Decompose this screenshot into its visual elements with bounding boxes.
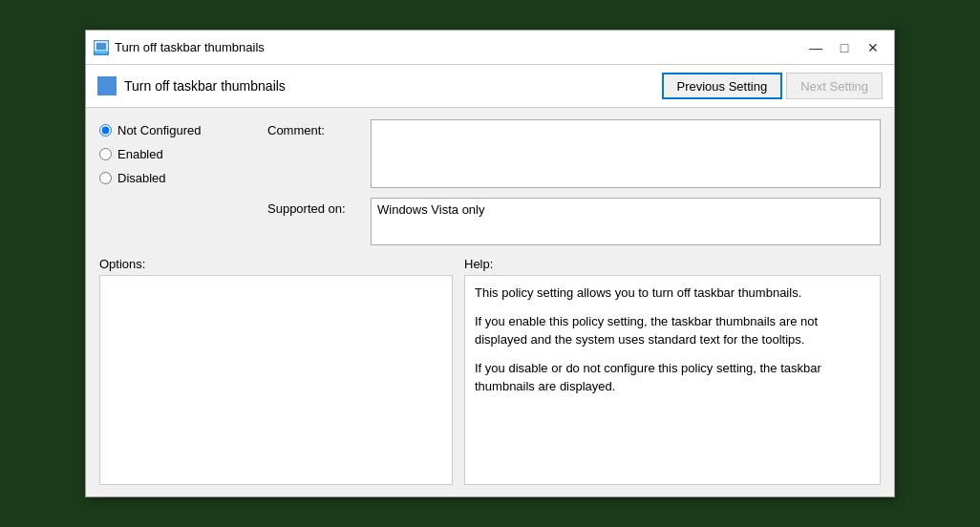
not-configured-option[interactable]: Not Configured (99, 123, 252, 137)
help-text-2: If you enable this policy setting, the t… (475, 312, 870, 349)
title-bar: Turn off taskbar thumbnails — □ ✕ (86, 31, 894, 65)
main-window: Turn off taskbar thumbnails — □ ✕ Turn o… (85, 30, 895, 497)
disabled-option[interactable]: Disabled (99, 171, 252, 185)
svg-rect-3 (98, 90, 114, 94)
maximize-button[interactable]: □ (831, 37, 858, 58)
right-section: Comment: Supported on: Windows Vista onl… (267, 119, 881, 245)
help-label: Help: (464, 257, 493, 271)
svg-rect-1 (96, 51, 107, 53)
help-panel: This policy setting allows you to turn o… (464, 275, 881, 485)
supported-label: Supported on: (267, 198, 363, 216)
header-title-text: Turn off taskbar thumbnails (124, 78, 286, 94)
svg-rect-0 (96, 42, 107, 51)
supported-row: Supported on: Windows Vista only (267, 198, 881, 245)
enabled-radio[interactable] (99, 148, 112, 160)
main-content: Not Configured Enabled Disabled Comment: (86, 108, 894, 496)
disabled-radio[interactable] (99, 172, 112, 184)
header-icon (97, 76, 117, 95)
window-icon (94, 40, 109, 55)
supported-value: Windows Vista only (377, 202, 484, 217)
help-text-1: This policy setting allows you to turn o… (475, 284, 870, 303)
options-label: Options: (99, 257, 145, 271)
radio-group: Not Configured Enabled Disabled (99, 119, 252, 245)
next-setting-button[interactable]: Next Setting (786, 73, 883, 99)
previous-setting-button[interactable]: Previous Setting (662, 73, 783, 99)
disabled-label: Disabled (117, 171, 166, 185)
not-configured-label: Not Configured (117, 123, 201, 137)
window-controls: — □ ✕ (802, 37, 886, 58)
header-buttons: Previous Setting Next Setting (662, 73, 884, 99)
options-panel (99, 275, 453, 485)
window-title: Turn off taskbar thumbnails (115, 40, 797, 54)
top-section: Not Configured Enabled Disabled Comment: (99, 119, 881, 245)
not-configured-radio[interactable] (99, 124, 112, 137)
minimize-button[interactable]: — (802, 37, 829, 58)
header-area: Turn off taskbar thumbnails Previous Set… (86, 65, 894, 108)
header-title-area: Turn off taskbar thumbnails (97, 76, 286, 95)
bottom-labels-row: Options: Help: (99, 257, 881, 271)
comment-textarea[interactable] (371, 119, 881, 188)
comment-row: Comment: (267, 119, 881, 188)
close-button[interactable]: ✕ (860, 37, 886, 58)
comment-label: Comment: (267, 119, 363, 137)
enabled-label: Enabled (117, 147, 163, 161)
bottom-section: This policy setting allows you to turn o… (99, 275, 881, 485)
help-text-3: If you disable or do not configure this … (475, 359, 870, 396)
svg-rect-2 (98, 78, 114, 90)
supported-scroll[interactable]: Windows Vista only (377, 202, 874, 241)
enabled-option[interactable]: Enabled (99, 147, 252, 161)
supported-box: Windows Vista only (371, 198, 881, 245)
